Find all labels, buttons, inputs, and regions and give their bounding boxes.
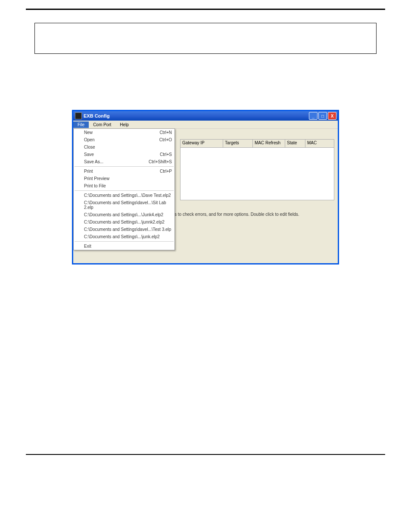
menu-print-to-file[interactable]: Print to File [74,182,174,190]
menu-close[interactable]: Close [74,143,174,151]
menu-open[interactable]: OpenCtrl+O [74,136,174,143]
menu-recent-5[interactable]: C:\Documents and Settings\...\junk.elp2 [74,233,174,240]
minimize-button[interactable]: _ [309,112,318,120]
app-window: EXB Config _ □ X File Com Port Help NewC… [72,110,339,264]
menu-recent-3[interactable]: C:\Documents and Settings\...\junnk2.elp… [74,218,174,226]
menu-file[interactable]: File [73,121,89,128]
app-icon [75,112,82,119]
menu-recent-4[interactable]: C:\Documents and Settings\davel...\Test … [74,226,174,233]
menubar: File Com Port Help [73,121,338,129]
menu-new[interactable]: NewCtrl+N [74,129,174,136]
menu-print[interactable]: PrintCtrl+P [74,168,174,175]
th-gateway[interactable]: Gateway IP [181,140,223,147]
table-header: Gateway IP Targets MAC Refresh State MAC [181,140,334,148]
th-state[interactable]: State [285,140,305,147]
menu-exit[interactable]: Exit [74,243,174,250]
maximize-button[interactable]: □ [318,112,327,120]
menu-comport[interactable]: Com Port [89,121,115,128]
th-targets[interactable]: Targets [223,140,253,147]
th-mac[interactable]: MAC [305,140,334,147]
titlebar: EXB Config _ □ X [73,111,338,121]
members-table: Gateway IP Targets MAC Refresh State MAC [180,139,334,200]
window-title: EXB Config [84,113,110,118]
callout-box [34,23,377,54]
screenshot: EXB Config _ □ X File Com Port Help NewC… [72,110,339,264]
menu-recent-0[interactable]: C:\Documents and Settings\...\Dave Test.… [74,192,174,199]
menu-saveas[interactable]: Save As...Ctrl+Shift+S [74,158,174,165]
file-dropdown: NewCtrl+N OpenCtrl+O Close SaveCtrl+S Sa… [73,128,175,250]
th-macrefresh[interactable]: MAC Refresh [253,140,285,147]
close-button[interactable]: X [328,112,336,120]
menu-recent-2[interactable]: C:\Documents and Settings\...\Junk4.elp2 [74,211,174,218]
menu-save[interactable]: SaveCtrl+S [74,151,174,158]
menu-print-preview[interactable]: Print Preview [74,175,174,182]
menu-recent-1[interactable]: C:\Documents and Settings\davel...\Sit L… [74,199,174,211]
menu-help[interactable]: Help [115,121,133,128]
